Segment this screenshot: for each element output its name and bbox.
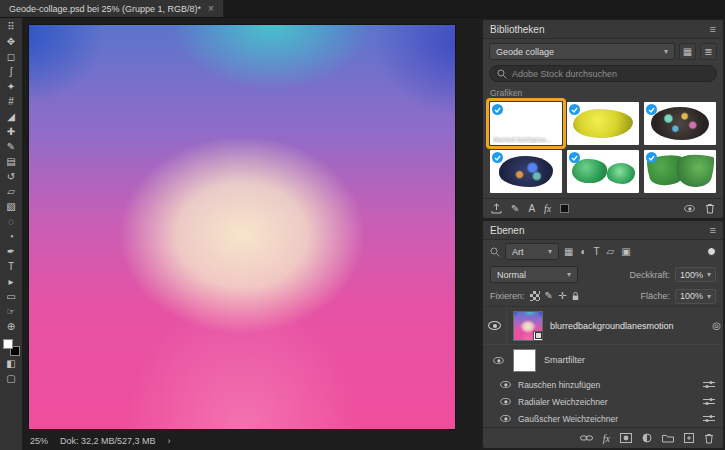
foreground-color-swatch[interactable] bbox=[3, 339, 13, 349]
status-menu-chevron-icon[interactable]: › bbox=[168, 436, 171, 446]
smart-filter-entry[interactable]: Rauschen hinzufügen bbox=[483, 376, 723, 393]
lock-paint-icon[interactable]: ✎ bbox=[545, 291, 553, 301]
lock-position-icon[interactable]: ✛ bbox=[558, 291, 566, 301]
filter-visibility-eye-icon[interactable] bbox=[500, 398, 510, 405]
smart-filter-toggle-icon[interactable]: ◎ bbox=[712, 321, 723, 331]
layer-style-fx-icon[interactable]: fx bbox=[603, 433, 610, 444]
new-layer-icon[interactable] bbox=[684, 433, 694, 443]
delete-asset-trash-icon[interactable] bbox=[705, 203, 715, 214]
shape-tool[interactable]: ▭ bbox=[2, 290, 20, 304]
filter-visibility-eye-icon[interactable] bbox=[500, 381, 510, 388]
smart-filter-mask-thumbnail[interactable] bbox=[513, 349, 536, 372]
smart-filter-row[interactable]: Smartfilter bbox=[483, 345, 723, 376]
library-collection-select[interactable]: Geode collage ▾ bbox=[489, 43, 675, 60]
document-canvas[interactable] bbox=[29, 25, 455, 429]
lasso-tool[interactable]: ʃ bbox=[2, 65, 20, 79]
chevron-down-icon: ▾ bbox=[707, 270, 711, 279]
library-select-row: Geode collage ▾ ▦ ≣ bbox=[483, 39, 723, 62]
eyedropper-tool[interactable]: ◢ bbox=[2, 110, 20, 124]
lock-row: Fixieren: ✎ ✛ Fläche: 100% ▾ bbox=[483, 286, 723, 307]
filter-name[interactable]: Gaußscher Weichzeichner bbox=[518, 414, 618, 424]
lock-all-icon[interactable] bbox=[571, 291, 580, 301]
filter-blend-options-icon[interactable] bbox=[703, 414, 715, 423]
filter-name[interactable]: Rauschen hinzufügen bbox=[518, 380, 600, 390]
library-search-input[interactable] bbox=[512, 69, 709, 79]
marquee-tool[interactable]: ◻ bbox=[2, 50, 20, 64]
library-asset-yellow-mineral[interactable] bbox=[567, 102, 639, 145]
photoshop-window: Geode-collage.psd bei 25% (Gruppe 1, RGB… bbox=[0, 0, 725, 450]
grid-view-icon[interactable]: ▦ bbox=[679, 43, 696, 60]
fill-value-field[interactable]: 100% ▾ bbox=[675, 289, 716, 304]
filter-toggle-icon[interactable] bbox=[707, 247, 716, 256]
add-layer-style-icon[interactable]: fx bbox=[544, 203, 551, 214]
hand-tool[interactable]: ☞ bbox=[2, 305, 20, 319]
path-selection-tool[interactable]: ▸ bbox=[2, 275, 20, 289]
filter-smart-object-icon[interactable]: ▣ bbox=[621, 246, 630, 257]
color-swatches[interactable] bbox=[3, 339, 20, 356]
layers-panel-title[interactable]: Ebenen bbox=[490, 225, 524, 236]
library-asset-monstera-leaves[interactable] bbox=[644, 150, 716, 193]
blend-mode-select[interactable]: Normal ▾ bbox=[490, 266, 578, 283]
libraries-panel-title[interactable]: Bibliotheken bbox=[490, 24, 544, 35]
layer-row-smart-object[interactable]: blurredbackgroundlanesmotion ◎ bbox=[483, 307, 723, 345]
preview-eye-icon[interactable] bbox=[684, 205, 694, 212]
filter-adjustment-layers-icon[interactable]: ◐ bbox=[580, 246, 586, 257]
smart-filter-visibility-eye-icon[interactable] bbox=[493, 356, 503, 363]
filter-shape-layers-icon[interactable]: ▱ bbox=[607, 246, 615, 257]
healing-brush-tool[interactable]: ✚ bbox=[2, 125, 20, 139]
screen-mode-icon[interactable]: ▢ bbox=[2, 372, 20, 386]
panel-menu-icon[interactable]: ≡ bbox=[710, 224, 716, 236]
clone-stamp-tool[interactable]: ▤ bbox=[2, 155, 20, 169]
quick-mask-icon[interactable]: ◧ bbox=[2, 357, 20, 371]
smart-filter-entry[interactable]: Radialer Weichzeichner bbox=[483, 393, 723, 410]
quick-selection-tool[interactable]: ✦ bbox=[2, 80, 20, 94]
library-asset-gradient[interactable]: blurred backgrou... bbox=[490, 102, 562, 145]
library-asset-blue-mineral[interactable] bbox=[490, 150, 562, 193]
upload-asset-icon[interactable] bbox=[491, 203, 502, 214]
filter-pixel-layers-icon[interactable]: ▦ bbox=[564, 246, 573, 257]
add-brush-icon[interactable]: ✎ bbox=[511, 204, 519, 214]
chevron-down-icon: ▾ bbox=[567, 270, 571, 279]
zoom-tool[interactable]: ⊕ bbox=[2, 320, 20, 334]
new-adjustment-layer-icon[interactable] bbox=[642, 433, 652, 443]
layer-filter-type-value: Art bbox=[512, 247, 524, 257]
add-layer-mask-icon[interactable] bbox=[620, 433, 632, 443]
link-layers-icon[interactable] bbox=[580, 434, 593, 442]
document-tab[interactable]: Geode-collage.psd bei 25% (Gruppe 1, RGB… bbox=[0, 0, 224, 17]
add-character-style-icon[interactable]: A bbox=[528, 203, 535, 214]
lock-transparency-icon[interactable] bbox=[530, 291, 540, 301]
add-color-swatch-icon[interactable] bbox=[560, 204, 569, 213]
list-view-icon[interactable]: ≣ bbox=[700, 43, 717, 60]
tab-close-icon[interactable]: × bbox=[208, 4, 214, 14]
eraser-tool[interactable]: ▱ bbox=[2, 185, 20, 199]
brush-tool[interactable]: ✎ bbox=[2, 140, 20, 154]
dodge-tool[interactable]: ◔ bbox=[2, 230, 20, 244]
toolbar-grip-icon[interactable]: ⠿ bbox=[2, 20, 20, 34]
filter-visibility-eye-icon[interactable] bbox=[500, 415, 510, 422]
history-brush-tool[interactable]: ↺ bbox=[2, 170, 20, 184]
filter-name[interactable]: Radialer Weichzeichner bbox=[518, 397, 608, 407]
move-tool[interactable]: ✥ bbox=[2, 35, 20, 49]
type-tool[interactable]: T bbox=[2, 260, 20, 274]
filter-blend-options-icon[interactable] bbox=[703, 397, 715, 406]
crop-tool[interactable]: # bbox=[2, 95, 20, 109]
filter-blend-options-icon[interactable] bbox=[703, 380, 715, 389]
opacity-value-field[interactable]: 100% ▾ bbox=[675, 267, 716, 282]
blur-tool[interactable]: ◌ bbox=[2, 215, 20, 229]
layer-thumbnail[interactable] bbox=[513, 311, 543, 341]
zoom-level-field[interactable]: 25% bbox=[30, 436, 48, 446]
layer-name[interactable]: blurredbackgroundlanesmotion bbox=[550, 321, 674, 331]
delete-layer-trash-icon[interactable] bbox=[704, 433, 714, 444]
smart-filter-entry[interactable]: Gaußscher Weichzeichner bbox=[483, 410, 723, 427]
opacity-value: 100% bbox=[680, 270, 703, 280]
panel-menu-icon[interactable]: ≡ bbox=[710, 23, 716, 35]
library-search-box[interactable] bbox=[489, 65, 717, 82]
pen-tool[interactable]: ✒ bbox=[2, 245, 20, 259]
layer-visibility-eye-icon[interactable] bbox=[488, 321, 501, 330]
new-group-folder-icon[interactable] bbox=[662, 434, 674, 443]
library-asset-green-mineral[interactable] bbox=[567, 150, 639, 193]
layer-filter-type-select[interactable]: Art ▾ bbox=[505, 243, 559, 260]
filter-type-layers-icon[interactable]: T bbox=[594, 246, 600, 257]
library-asset-dark-mineral[interactable] bbox=[644, 102, 716, 145]
gradient-tool[interactable]: ▧ bbox=[2, 200, 20, 214]
